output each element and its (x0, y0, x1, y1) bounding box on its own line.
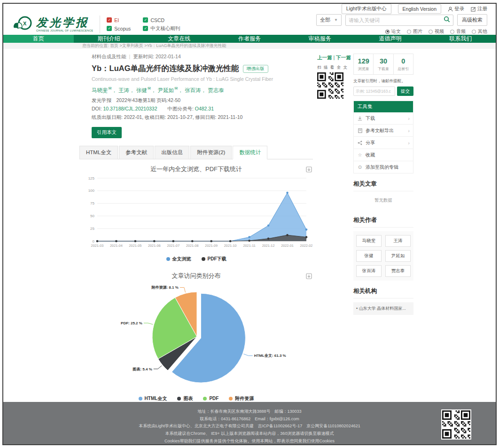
tool-download[interactable]: 下载 › (354, 112, 413, 125)
access-distribution-card: 文章访问类别分布 HTML全文: 61.3 %图表: 5.4 %PDF: 25.… (79, 272, 313, 402)
radio-icon (429, 30, 433, 34)
tab[interactable]: 参考文献 (119, 146, 154, 159)
prev-article-link[interactable]: 上一篇 (317, 55, 332, 60)
nav-item[interactable]: 文章在线 (144, 35, 214, 43)
light-center-link[interactable]: Light学术出版中心 (342, 4, 391, 14)
index-badge: 中文核心期刊 (143, 25, 180, 32)
legend-dot-icon (139, 397, 142, 401)
tool-export-references[interactable]: 参考文献导出 › (354, 125, 413, 137)
views-downloads-chart-card: 近一年内全文浏览、PDF下载统计 02550751001252021-03202… (79, 165, 313, 262)
header: X 发光学报 CHINESE JOURNAL OF LUMINESCENCE E… (3, 14, 496, 35)
footer-line: 联系电话：0431-86176862 Email：fgxbt@126.com (3, 416, 496, 423)
related-author-button[interactable]: 王涛 (385, 235, 411, 247)
search-type-radio[interactable]: 其他 (472, 28, 487, 35)
chevron-right-icon: › (408, 140, 410, 146)
nav-item[interactable]: 联系我们 (425, 35, 496, 43)
legend-item[interactable]: HTML全文 (139, 395, 167, 402)
nav-item[interactable]: 首页 (3, 35, 74, 43)
related-author-button[interactable]: 张健 (356, 250, 382, 262)
related-author-button[interactable]: 尹延如 (385, 250, 411, 262)
author-link[interactable]: 尹延如✉， (158, 87, 185, 93)
checkbox-icon (107, 26, 112, 31)
envelope-icon[interactable]: ✉ (109, 86, 112, 91)
submit-button[interactable]: 提交 (397, 86, 413, 96)
index-badges: EI CSCD Scopus 中文核心期刊 (107, 17, 180, 32)
register-link[interactable]: 注册 (471, 6, 487, 12)
search-input-group (345, 15, 453, 26)
pie-chart-legend[interactable]: HTML全文图表PDF附件资源 (79, 395, 313, 402)
journal-name-en: CHINESE JOURNAL OF LUMINESCENCE (36, 29, 93, 32)
tab[interactable]: 出版信息 (155, 146, 189, 159)
svg-text:2021-10: 2021-10 (224, 244, 237, 248)
search-category-select[interactable]: 全部 ▼ (316, 14, 342, 26)
svg-text:50: 50 (90, 214, 94, 218)
chevron-right-icon: › (408, 116, 410, 121)
legend-item[interactable]: PDF (203, 395, 218, 402)
nav-item[interactable]: 审稿服务 (285, 35, 355, 43)
legend-item[interactable]: PDF下载 (202, 256, 226, 262)
journal-logo[interactable]: X 发光学报 CHINESE JOURNAL OF LUMINESCENCE (12, 14, 93, 35)
footer-line: 本系统建议在Chrome、 IE9+ 以上版本浏览器阅读本站内容，360浏览器请… (3, 430, 496, 438)
next-article-link[interactable]: 下一篇 (336, 55, 351, 60)
tab[interactable]: HTML全文 (79, 146, 118, 159)
doi-link[interactable]: 10.37188/CJL.20210332 (103, 106, 157, 111)
legend-item[interactable]: 全文浏览 (166, 256, 191, 262)
tool-share[interactable]: 分享 › (354, 137, 413, 149)
svg-text:2021-03: 2021-03 (91, 244, 104, 248)
qr-code (317, 72, 343, 99)
article-title-en: Continuous-wave and Pulsed Laser Perform… (92, 76, 313, 82)
legend-dot-icon (203, 397, 207, 401)
svg-text:100: 100 (88, 189, 95, 193)
stat-box: 0 总被引 (394, 54, 413, 74)
save-pie-icon[interactable] (306, 273, 312, 281)
svg-text:2021-12: 2021-12 (262, 244, 275, 248)
author-link[interactable]: 马晓斐✉， (92, 87, 118, 93)
tab[interactable]: 数据统计 (233, 146, 267, 159)
legend-item[interactable]: 图表 (177, 395, 193, 402)
article-header: 材料合成及性能|更新时间: 2022-01-14 Yb：LuAG单晶光纤的连续及… (79, 54, 313, 138)
article-meta-line: 材料合成及性能|更新时间: 2022-01-14 (92, 54, 313, 60)
search-icon[interactable] (444, 16, 450, 24)
area-chart-legend[interactable]: 全文浏览PDF下载 (79, 256, 313, 262)
svg-text:2021-06: 2021-06 (148, 244, 161, 248)
publication-dates-line: 纸质出版日期: 2022-01, 收稿日期: 2021-10-27, 修回日期:… (92, 114, 313, 121)
search-input[interactable] (349, 17, 444, 23)
search-type-radio[interactable]: 音频 (450, 28, 466, 35)
english-version-link[interactable]: English Version (398, 4, 441, 14)
author-link[interactable]: 贾志泰✉ (208, 87, 224, 93)
advanced-search-button[interactable]: 高级检索 (457, 14, 487, 26)
tool-add-to-album[interactable]: ⊙ 添加至我的专辑 (354, 161, 413, 173)
svg-text:2021-11: 2021-11 (243, 244, 256, 248)
article-category[interactable]: 材料合成及性能 (92, 54, 126, 59)
nav-item[interactable]: 道德声明 (355, 35, 426, 43)
edit-icon (471, 7, 476, 12)
svg-text:图表: 5.4 %: 图表: 5.4 % (133, 367, 152, 371)
author-link[interactable]: 王涛✉， (118, 87, 136, 93)
save-chart-icon[interactable] (306, 166, 312, 174)
related-org-link[interactable]: • 山东大学 晶体材料国家... (353, 302, 413, 315)
doi-line: DOI: 10.37188/CJL.20210332 中图分类号: O482.3… (92, 106, 313, 112)
search-type-radio[interactable]: 视频 (429, 28, 444, 35)
search-type-radio[interactable]: 论文 (385, 28, 401, 35)
related-author-button[interactable]: 马晓斐 (356, 235, 382, 247)
email-alert-input[interactable] (353, 86, 395, 96)
nav-item[interactable]: 作者服务 (214, 35, 285, 43)
article-tabs: HTML全文 参考文献 出版信息 附件资源(2) 数据统 (79, 146, 313, 159)
enhanced-publication-badge[interactable]: 增强出版 (243, 65, 268, 73)
svg-text:25: 25 (90, 227, 94, 231)
cite-article-button[interactable]: 引用本文 (92, 127, 122, 138)
related-author-button[interactable]: 贾志泰 (385, 265, 411, 277)
svg-text:2022-01: 2022-01 (281, 244, 294, 248)
author-link[interactable]: 张百涛✉， (185, 87, 208, 93)
tool-favorite[interactable]: ☆ 收藏 (354, 149, 413, 161)
related-articles-title: 相关文章 (353, 180, 413, 191)
search-type-radio[interactable]: 图片 (407, 28, 422, 35)
login-link[interactable]: 登录 (448, 6, 464, 12)
related-author-button[interactable]: 张百涛 (356, 265, 382, 277)
author-link[interactable]: 张健✉， (136, 87, 158, 93)
download-icon (357, 116, 363, 121)
legend-item[interactable]: 附件资源 (229, 395, 254, 402)
tab[interactable]: 附件资源(2) (190, 146, 232, 159)
footer-lines: 地址：长春市南关区东南湖大路3888号 邮编：130033联系电话：0431-8… (3, 408, 496, 445)
nav-item[interactable]: 期刊介绍 (74, 35, 144, 43)
